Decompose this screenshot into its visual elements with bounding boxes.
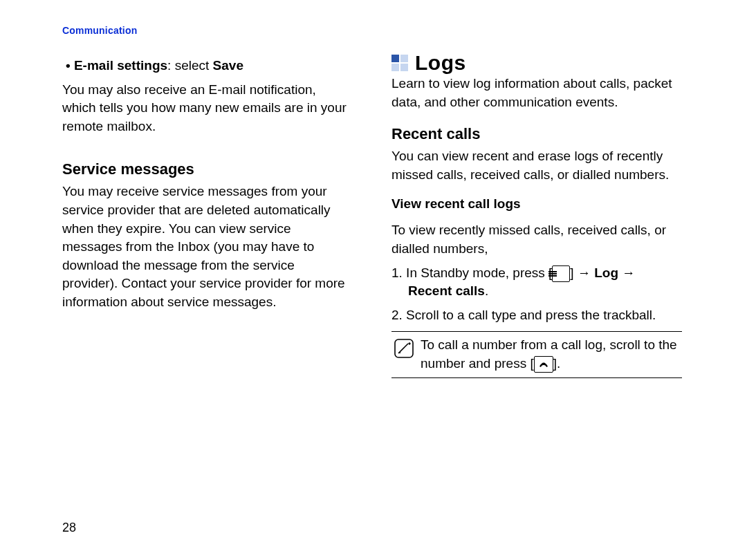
step1-mid1: ] →: [570, 265, 594, 280]
logs-heading: Logs: [415, 51, 466, 75]
note-icon: [394, 339, 414, 358]
menu-key-icon: [552, 265, 570, 282]
step1-mid2: →: [618, 265, 635, 280]
service-messages-heading: Service messages: [62, 160, 353, 178]
bullet-bold-1: E-mail settings: [74, 58, 167, 73]
step1-recent: Recent calls: [408, 283, 485, 298]
email-notification-paragraph: You may also receive an E-mail notificat…: [62, 81, 353, 136]
bullet-email-settings: E-mail settings: select Save: [62, 57, 353, 75]
view-recent-call-logs-heading: View recent call logs: [391, 196, 682, 212]
logs-intro: Learn to view log information about call…: [391, 75, 682, 111]
section-header-link[interactable]: Communication: [62, 25, 685, 36]
note-post: ].: [553, 356, 561, 371]
section-squares-icon: [391, 55, 408, 71]
recent-calls-heading: Recent calls: [391, 125, 682, 143]
view-recent-body: To view recently missed calls, received …: [391, 221, 682, 258]
note-box: To call a number from a call log, scroll…: [391, 331, 682, 377]
bullet-bold-2: Save: [213, 58, 243, 73]
bullet-mid: : select: [167, 58, 212, 73]
logs-heading-row: Logs: [391, 51, 682, 75]
right-column: Logs Learn to view log information about…: [391, 57, 682, 378]
left-column: E-mail settings: select Save You may als…: [62, 57, 353, 378]
service-messages-body: You may receive service messages from yo…: [62, 183, 353, 311]
step-1: 1. In Standby mode, press [ ] → Log → Re…: [391, 264, 682, 301]
manual-page: Communication E-mail settings: select Sa…: [0, 0, 747, 560]
svg-rect-0: [548, 271, 557, 272]
page-number: 28: [62, 521, 76, 535]
recent-calls-body: You can view recent and erase logs of re…: [391, 147, 682, 184]
step-2: 2. Scroll to a call type and press the t…: [391, 306, 682, 325]
svg-rect-1: [548, 273, 557, 274]
content-columns: E-mail settings: select Save You may als…: [62, 57, 685, 378]
svg-rect-2: [548, 275, 557, 277]
call-key-icon: [534, 356, 553, 373]
step1-pre: 1. In Standby mode, press [: [391, 265, 552, 280]
step1-end: .: [485, 283, 488, 298]
note-text: To call a number from a call log, scroll…: [421, 336, 679, 373]
step1-log: Log: [594, 265, 618, 280]
